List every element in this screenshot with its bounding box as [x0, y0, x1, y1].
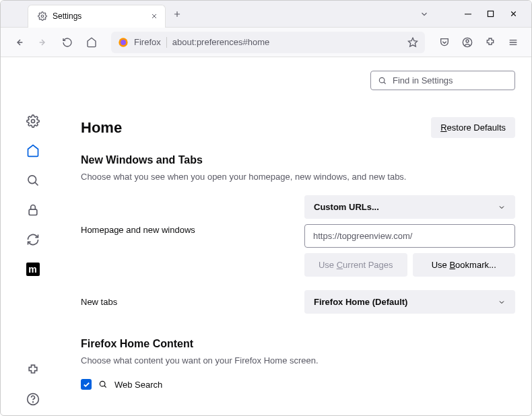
new-tab-button[interactable] [172, 9, 182, 19]
section-home-content-title: Firefox Home Content [81, 338, 515, 350]
close-window-icon[interactable] [509, 9, 518, 18]
svg-rect-6 [488, 11, 493, 16]
tab-bar: Settings [1, 1, 531, 28]
extensions-icon[interactable] [480, 32, 500, 53]
sidebar-extensions-icon[interactable] [26, 363, 40, 376]
content-area: m Find in Settings Home Restore Defaults… [1, 57, 531, 416]
tab-title: Settings [53, 11, 81, 21]
search-icon [98, 380, 108, 389]
newtabs-dropdown-value: Firefox Home (Default) [314, 297, 407, 307]
firefox-logo-icon [118, 37, 129, 48]
homepage-dropdown-value: Custom URLs... [314, 202, 379, 212]
section-windows-tabs-desc: Choose what you see when you open your h… [81, 172, 515, 182]
menu-icon[interactable] [503, 32, 523, 53]
sidebar-general-icon[interactable] [26, 114, 40, 128]
home-button[interactable] [81, 32, 102, 53]
use-current-pages-button[interactable]: Use Current Pages [304, 253, 407, 277]
section-home-content-desc: Choose what content you want on your Fir… [81, 355, 515, 366]
close-tab-icon[interactable] [150, 12, 158, 20]
maximize-icon[interactable] [487, 10, 494, 18]
forward-button[interactable] [33, 32, 53, 53]
svg-point-12 [121, 40, 126, 45]
reload-button[interactable] [57, 32, 77, 53]
page-heading: Home [81, 119, 122, 137]
bookmark-star-icon[interactable] [407, 37, 418, 48]
homepage-dropdown[interactable]: Custom URLs... [304, 195, 515, 219]
use-bookmark-button[interactable]: Use Bookmark... [413, 253, 516, 277]
tabs-dropdown-icon[interactable] [420, 9, 429, 19]
websearch-checkbox[interactable] [81, 379, 92, 390]
sidebar-help-icon[interactable] [26, 392, 40, 406]
homepage-url-input[interactable] [304, 224, 515, 248]
back-button[interactable] [9, 32, 29, 53]
url-text: about:preferences#home [172, 37, 402, 47]
svg-line-28 [104, 386, 106, 388]
sidebar-search-icon[interactable] [26, 174, 40, 187]
svg-point-15 [466, 40, 469, 42]
url-brand: Firefox [134, 37, 161, 47]
settings-main: Find in Settings Home Restore Defaults N… [65, 57, 531, 416]
search-icon [378, 76, 387, 85]
check-icon [83, 381, 90, 388]
gear-icon [38, 11, 47, 21]
svg-line-21 [34, 182, 38, 186]
nav-toolbar: Firefox about:preferences#home [1, 28, 531, 57]
minimize-icon[interactable] [464, 10, 472, 18]
restore-defaults-button[interactable]: Restore Defaults [431, 117, 515, 138]
newtabs-dropdown[interactable]: Firefox Home (Default) [304, 290, 515, 314]
newtabs-label: New tabs [81, 297, 296, 307]
account-icon[interactable] [457, 32, 477, 53]
chevron-down-icon [498, 298, 506, 306]
svg-point-19 [31, 120, 34, 123]
svg-line-26 [384, 81, 386, 83]
pocket-icon[interactable] [434, 32, 455, 53]
settings-sidebar: m [1, 57, 65, 416]
svg-rect-22 [29, 209, 37, 215]
svg-point-24 [32, 402, 33, 403]
window-controls [420, 9, 531, 19]
svg-marker-13 [408, 38, 417, 46]
sidebar-more-icon[interactable]: m [26, 263, 40, 276]
search-placeholder: Find in Settings [393, 75, 453, 85]
browser-tab[interactable]: Settings [28, 5, 166, 28]
sidebar-home-icon[interactable] [26, 144, 40, 158]
svg-point-20 [28, 176, 36, 184]
settings-search-input[interactable]: Find in Settings [370, 71, 515, 90]
sidebar-sync-icon[interactable] [26, 233, 40, 246]
chevron-down-icon [498, 203, 506, 211]
sidebar-privacy-icon[interactable] [26, 203, 40, 217]
url-divider [166, 37, 167, 48]
address-bar[interactable]: Firefox about:preferences#home [111, 32, 425, 53]
homepage-label: Homepage and new windows [81, 195, 296, 235]
section-windows-tabs-title: New Windows and Tabs [81, 154, 515, 166]
websearch-label: Web Search [114, 380, 162, 390]
svg-point-0 [41, 15, 44, 18]
